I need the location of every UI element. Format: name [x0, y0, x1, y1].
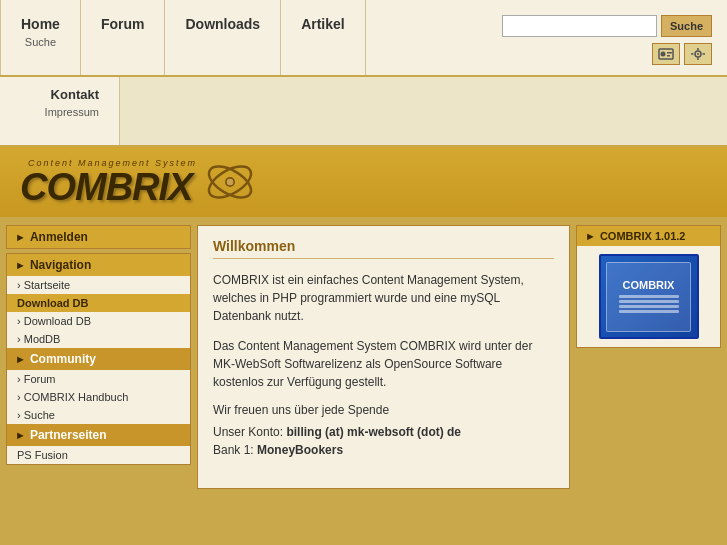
impressum-link[interactable]: Impressum	[20, 106, 99, 118]
main-content: ► Anmelden ► Navigation › Startseite Dow…	[0, 217, 727, 497]
nav-home-sub: Suche	[25, 36, 56, 48]
konto-label: Unser Konto:	[213, 425, 283, 439]
logo-text: Content Management System COMBRIX	[20, 158, 197, 206]
nav-items: Home Suche Forum Downloads Artikel	[0, 0, 487, 75]
center-title: Willkommen	[213, 238, 554, 259]
product-line-1	[619, 295, 679, 298]
product-box[interactable]: COMBRIX	[599, 254, 699, 339]
right-title: COMBRIX 1.01.2	[600, 230, 686, 242]
kontakt-section: Kontakt Impressum	[0, 77, 120, 145]
center-para1: COMBRIX ist ein einfaches Content Manage…	[213, 271, 554, 325]
left-sidebar: ► Anmelden ► Navigation › Startseite Dow…	[6, 225, 191, 489]
product-line-2	[619, 300, 679, 303]
svg-rect-2	[667, 52, 672, 54]
top-navigation: Home Suche Forum Downloads Artikel Suche	[0, 0, 727, 77]
sidebar-item-moddb[interactable]: › ModDB	[7, 330, 190, 348]
nav-forum-label: Forum	[101, 8, 145, 32]
sidebar-item-downloaddb[interactable]: › Download DB	[7, 312, 190, 330]
svg-point-5	[697, 53, 699, 55]
svg-rect-8	[691, 53, 694, 55]
community-header[interactable]: ► Community	[7, 348, 190, 370]
sidebar-item-handbuch[interactable]: › COMBRIX Handbuch	[7, 388, 190, 406]
partnerseiten-arrow-icon: ►	[15, 429, 26, 441]
right-arrow-icon: ►	[585, 230, 596, 242]
community-arrow-icon: ►	[15, 353, 26, 365]
settings-icon[interactable]	[684, 43, 712, 65]
konto-value: billing (at) mk-websoft (dot) de	[286, 425, 461, 439]
right-header: ► COMBRIX 1.01.2	[577, 226, 720, 246]
sidebar-item-suche[interactable]: › Suche	[7, 406, 190, 424]
product-line-4	[619, 310, 679, 313]
donate-text: Wir freuen uns über jede Spende	[213, 403, 554, 417]
anmelden-arrow-icon: ►	[15, 231, 26, 243]
nav-downloads-label: Downloads	[185, 8, 260, 32]
product-line-3	[619, 305, 679, 308]
konto-text: Unser Konto: billing (at) mk-websoft (do…	[213, 425, 554, 439]
product-lines	[619, 295, 679, 315]
navigation-label: Navigation	[30, 258, 91, 272]
partnerseiten-label: Partnerseiten	[30, 428, 107, 442]
nav-downloads[interactable]: Downloads	[165, 0, 281, 75]
anmelden-header[interactable]: ► Anmelden	[7, 226, 190, 248]
svg-point-1	[661, 52, 666, 57]
search-button[interactable]: Suche	[661, 15, 712, 37]
product-box-inner: COMBRIX	[606, 262, 691, 332]
nav-icon-group	[652, 43, 712, 65]
nav-artikel[interactable]: Artikel	[281, 0, 366, 75]
svg-rect-7	[697, 58, 699, 61]
navigation-header[interactable]: ► Navigation	[7, 254, 190, 276]
center-content: Willkommen COMBRIX ist ein einfaches Con…	[197, 225, 570, 489]
sidebar-item-downloaddb-active[interactable]: Download DB	[7, 294, 190, 312]
sidebar-item-startseite[interactable]: › Startseite	[7, 276, 190, 294]
center-para2: Das Content Management System COMBRIX wi…	[213, 337, 554, 391]
right-box: ► COMBRIX 1.01.2 COMBRIX	[576, 225, 721, 348]
svg-rect-9	[703, 53, 706, 55]
svg-rect-6	[697, 48, 699, 51]
nav-forum[interactable]: Forum	[81, 0, 166, 75]
nav-home-label: Home	[21, 8, 60, 32]
partnerseiten-header[interactable]: ► Partnerseiten	[7, 424, 190, 446]
svg-point-13	[227, 179, 234, 186]
svg-rect-3	[667, 55, 670, 57]
second-nav-spacer	[120, 77, 727, 145]
right-sidebar: ► COMBRIX 1.01.2 COMBRIX	[576, 225, 721, 489]
navigation-box: ► Navigation › Startseite Download DB › …	[6, 253, 191, 465]
community-label: Community	[30, 352, 96, 366]
nav-artikel-label: Artikel	[301, 8, 345, 32]
logo-bar: Content Management System COMBRIX	[0, 147, 727, 217]
search-row: Suche	[502, 15, 712, 37]
navigation-arrow-icon: ►	[15, 259, 26, 271]
kontakt-label: Kontakt	[20, 87, 99, 102]
user-icon[interactable]	[652, 43, 680, 65]
bank-text: Bank 1: MoneyBookers	[213, 443, 554, 457]
logo-orbit-icon	[205, 157, 255, 207]
right-content: COMBRIX	[577, 246, 720, 347]
product-name: COMBRIX	[623, 279, 675, 291]
anmelden-label: Anmelden	[30, 230, 88, 244]
logo-name: COMBRIX	[20, 168, 192, 206]
bank-value: MoneyBookers	[257, 443, 343, 457]
bank-label: Bank 1:	[213, 443, 254, 457]
search-input[interactable]	[502, 15, 657, 37]
second-navigation: Kontakt Impressum	[0, 77, 727, 147]
sidebar-item-forum[interactable]: › Forum	[7, 370, 190, 388]
sidebar-item-psfusion[interactable]: PS Fusion	[7, 446, 190, 464]
search-area: Suche	[487, 0, 727, 75]
anmelden-box: ► Anmelden	[6, 225, 191, 249]
nav-home[interactable]: Home Suche	[0, 0, 81, 75]
